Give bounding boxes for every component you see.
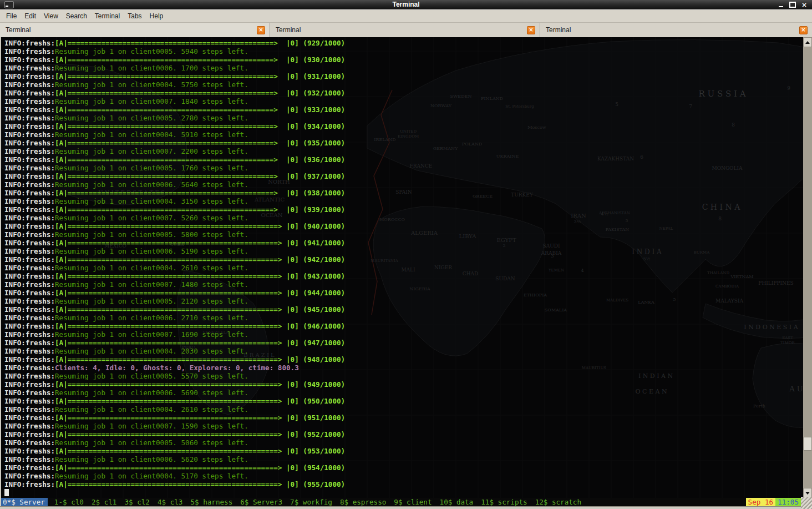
svg-text:MONGOLIA: MONGOLIA bbox=[712, 165, 743, 171]
scrollbar-thumb[interactable] bbox=[803, 437, 812, 451]
svg-text:I N D I A N: I N D I A N bbox=[638, 372, 673, 380]
scroll-up-icon bbox=[805, 41, 810, 44]
terminal-window: Terminal × FileEditViewSearchTerminalTab… bbox=[0, 0, 812, 509]
svg-text:EAST: EAST bbox=[782, 336, 793, 340]
menu-terminal[interactable]: Terminal bbox=[91, 11, 124, 21]
menu-edit[interactable]: Edit bbox=[21, 11, 40, 21]
tmux-window-9[interactable]: 9$ client bbox=[394, 498, 432, 506]
log-line: INFO:freshs:Resuming job 1 on client0005… bbox=[4, 230, 345, 239]
menu-view[interactable]: View bbox=[40, 11, 62, 21]
log-line: INFO:freshs:Resuming job 1 on client0004… bbox=[4, 130, 345, 139]
svg-text:SPAIN: SPAIN bbox=[395, 189, 412, 195]
log-line: INFO:freshs:[A|=========================… bbox=[4, 172, 345, 180]
tmux-window-5[interactable]: 5$ harness bbox=[190, 498, 232, 506]
close-button[interactable]: × bbox=[801, 2, 808, 8]
log-line: INFO:freshs:Resuming job 1 on client0005… bbox=[4, 114, 345, 122]
log-line: INFO:freshs:[A|=========================… bbox=[4, 463, 345, 472]
terminal-log: INFO:freshs:[A|=========================… bbox=[4, 39, 345, 496]
menu-file[interactable]: File bbox=[2, 11, 21, 21]
menu-help[interactable]: Help bbox=[146, 11, 168, 21]
log-line: INFO:freshs:[A|=========================… bbox=[4, 122, 345, 130]
svg-text:7: 7 bbox=[689, 104, 692, 109]
svg-text:I N D O N E S I A: I N D O N E S I A bbox=[744, 324, 798, 331]
svg-text:ALGERIA: ALGERIA bbox=[410, 230, 438, 236]
log-line: INFO:freshs:Resuming job 1 on client0007… bbox=[4, 214, 345, 222]
tab-close-icon[interactable]: × bbox=[799, 26, 808, 34]
log-line: INFO:freshs:[A|=========================… bbox=[4, 139, 345, 147]
log-line: INFO:freshs:[A|=========================… bbox=[4, 272, 345, 280]
window-bottom-border bbox=[0, 506, 812, 509]
tab-terminal-2[interactable]: Terminal× bbox=[270, 23, 540, 37]
scrollbar[interactable] bbox=[803, 37, 812, 498]
log-line: INFO:freshs:[A|=========================… bbox=[4, 380, 345, 389]
log-line: INFO:freshs:[A|=========================… bbox=[4, 397, 345, 405]
close-icon: × bbox=[801, 1, 807, 9]
scroll-up-button[interactable] bbox=[803, 37, 812, 47]
tab-label: Terminal bbox=[6, 26, 257, 34]
status-time: 11:05 bbox=[775, 498, 801, 506]
svg-text:SOMALIA: SOMALIA bbox=[545, 308, 567, 313]
log-line: INFO:freshs:Resuming job 1 on client0006… bbox=[4, 64, 345, 72]
terminal-screen[interactable]: R U S S I AC H I N AI N D I AI N D O N E… bbox=[0, 37, 812, 498]
svg-text:9: 9 bbox=[787, 85, 790, 91]
tab-label: Terminal bbox=[276, 26, 527, 34]
log-line: INFO:freshs:[A|=========================… bbox=[4, 447, 345, 455]
log-line: INFO:freshs:Resuming job 1 on client0004… bbox=[4, 347, 345, 355]
tab-close-icon[interactable]: × bbox=[257, 26, 265, 34]
log-line: INFO:freshs:Resuming job 1 on client0004… bbox=[4, 197, 345, 205]
log-line: INFO:freshs:Resuming job 1 on client0005… bbox=[4, 372, 345, 380]
tmux-window-4[interactable]: 4$ cl3 bbox=[158, 498, 183, 506]
tmux-window-0[interactable]: 0*$ Server bbox=[1, 498, 48, 506]
scroll-down-icon bbox=[805, 492, 810, 495]
tmux-window-1[interactable]: 1-$ cl0 bbox=[54, 498, 84, 506]
log-line: INFO:freshs:Resuming job 1 on client0004… bbox=[4, 264, 345, 272]
tmux-window-8[interactable]: 8$ espresso bbox=[340, 498, 386, 506]
log-line: INFO:freshs:[A|=========================… bbox=[4, 239, 345, 247]
log-line: INFO:freshs:[A|=========================… bbox=[4, 305, 345, 314]
svg-text:POLAND: POLAND bbox=[462, 142, 482, 147]
scrollbar-track[interactable] bbox=[803, 47, 812, 488]
tab-terminal-3[interactable]: Terminal× bbox=[540, 23, 812, 37]
tab-close-icon[interactable]: × bbox=[527, 26, 535, 34]
svg-text:KAZAKHSTAN: KAZAKHSTAN bbox=[597, 156, 634, 162]
status-windows: 0*$ Server1-$ cl02$ cl13$ cl24$ cl35$ ha… bbox=[1, 498, 589, 506]
svg-text:NEPAL: NEPAL bbox=[659, 226, 673, 231]
minimize-button[interactable] bbox=[778, 2, 784, 8]
tmux-window-2[interactable]: 2$ cl1 bbox=[92, 498, 117, 506]
log-line: INFO:freshs:[A|=========================… bbox=[4, 355, 345, 364]
tmux-window-6[interactable]: 6$ Server3 bbox=[240, 498, 282, 506]
menu-tabs[interactable]: Tabs bbox=[124, 11, 145, 21]
tmux-window-7[interactable]: 7$ workfig bbox=[290, 498, 332, 506]
tmux-window-10[interactable]: 10$ data bbox=[440, 498, 474, 506]
log-line: INFO:freshs:[A|=========================… bbox=[4, 189, 345, 197]
svg-text:6: 6 bbox=[640, 154, 643, 160]
log-line: INFO:freshs:[A|=========================… bbox=[4, 56, 345, 64]
svg-text:TURKEY: TURKEY bbox=[511, 192, 534, 198]
window-title: Terminal bbox=[0, 0, 812, 9]
svg-text:O C E A N: O C E A N bbox=[635, 388, 667, 395]
tmux-window-11[interactable]: 11$ scripts bbox=[481, 498, 527, 506]
svg-text:KINGDOM: KINGDOM bbox=[398, 134, 419, 139]
log-line: INFO:freshs:Resuming job 1 on client0007… bbox=[4, 147, 345, 155]
svg-text:R U S S I A: R U S S I A bbox=[698, 89, 745, 99]
log-line: INFO:freshs:[A|=========================… bbox=[4, 480, 345, 488]
tab-terminal-1[interactable]: Terminal× bbox=[0, 23, 270, 37]
resize-grip[interactable] bbox=[801, 497, 812, 509]
svg-text:8: 8 bbox=[732, 122, 735, 128]
tmux-window-3[interactable]: 3$ cl2 bbox=[124, 498, 150, 506]
svg-text:UKRAINE: UKRAINE bbox=[496, 154, 519, 159]
svg-text:EGYPT: EGYPT bbox=[496, 237, 516, 243]
menu-search[interactable]: Search bbox=[62, 11, 91, 21]
log-line: INFO:freshs:[A|=========================… bbox=[4, 222, 345, 230]
svg-text:MALI: MALI bbox=[401, 267, 415, 273]
svg-text:5: 5 bbox=[615, 102, 618, 107]
svg-text:St. Petersburg: St. Petersburg bbox=[505, 104, 534, 109]
svg-text:C H I N A: C H I N A bbox=[702, 203, 741, 211]
tmux-window-12[interactable]: 12$ scratch bbox=[535, 498, 581, 506]
log-line: INFO:freshs:Resuming job 1 on client0006… bbox=[4, 389, 345, 397]
svg-text:VIETNAM: VIETNAM bbox=[730, 274, 753, 279]
svg-text:NIGER: NIGER bbox=[434, 265, 452, 270]
svg-text:ETHIOPIA: ETHIOPIA bbox=[524, 293, 547, 298]
maximize-button[interactable] bbox=[789, 2, 796, 8]
maximize-icon bbox=[789, 2, 796, 8]
